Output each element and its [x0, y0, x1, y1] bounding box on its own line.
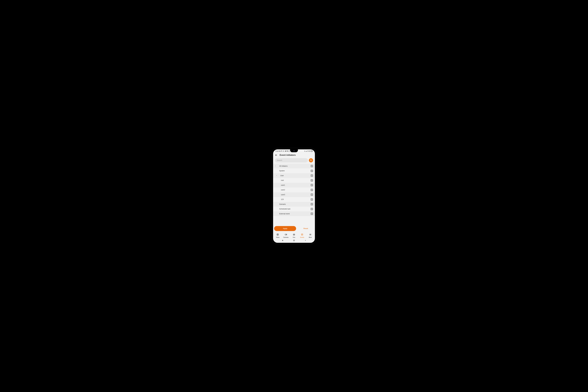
checkbox[interactable] [310, 174, 313, 177]
svg-rect-18 [301, 234, 303, 235]
list-item-label: user3 [273, 194, 310, 196]
screen: 3:43 PM [273, 149, 315, 243]
checkbox[interactable] [310, 184, 313, 186]
tab-more[interactable]: More [307, 233, 314, 238]
list-item[interactable]: System [273, 168, 315, 173]
wifi-icon-2 [309, 150, 310, 152]
search-button[interactable] [309, 158, 313, 162]
side-button [316, 166, 316, 172]
list-item-label: Scheduled task [273, 208, 310, 210]
expand-icon[interactable] [274, 175, 279, 176]
svg-rect-15 [293, 234, 295, 235]
svg-rect-14 [285, 234, 286, 235]
eva-icon [293, 233, 295, 236]
list-item-label: All initiators [278, 165, 310, 167]
list-item-label: Scenario [273, 203, 310, 205]
signal-icon [306, 150, 307, 152]
tab-cameras[interactable]: Cameras [282, 233, 290, 238]
tab-events[interactable]: Events [298, 233, 306, 238]
tab-label: Events [300, 237, 304, 238]
list-item[interactable]: Scheduled task [273, 206, 315, 212]
alarm-icon [283, 150, 284, 152]
svg-point-16 [294, 234, 294, 235]
chat-icon [286, 150, 288, 152]
list-item-label: root [273, 180, 310, 181]
checkbox[interactable] [310, 170, 313, 172]
more-icon [309, 233, 312, 236]
whatsapp-icon [288, 150, 290, 152]
list-item[interactable]: User [273, 173, 315, 178]
tab-label: More [309, 237, 312, 238]
back-button[interactable] [275, 154, 278, 156]
mute-icon [281, 150, 282, 152]
apply-button[interactable]: Apply [274, 226, 296, 231]
list-item[interactable]: 123 [273, 197, 315, 202]
tab-views[interactable]: Views [274, 233, 281, 238]
events-icon [301, 233, 303, 236]
list-item[interactable]: user3 [273, 192, 315, 197]
nav-back-button[interactable] [304, 240, 306, 242]
list-item[interactable]: user1 [273, 183, 315, 188]
search-input[interactable] [275, 158, 308, 162]
list-item[interactable]: Scenario [273, 202, 315, 207]
checkbox[interactable] [310, 189, 313, 191]
status-right: 66 [304, 150, 312, 152]
svg-point-20 [294, 240, 294, 241]
checkbox[interactable] [310, 212, 313, 215]
checkbox[interactable] [310, 165, 313, 167]
wifi-icon-1 [307, 150, 309, 152]
list-item-label: user2 [273, 189, 310, 191]
nav-recent-button[interactable] [282, 240, 284, 242]
telegram-icon [284, 150, 286, 152]
nav-home-button[interactable] [293, 240, 295, 242]
page-title: Event initiators [280, 154, 296, 156]
tabbar: ViewsCamerasEvaEventsMore [273, 232, 315, 238]
initiator-list: All initiatorsSystemUserrootuser1user2us… [273, 164, 315, 224]
header: Event initiators [273, 152, 315, 158]
reset-button[interactable]: Reset [298, 226, 314, 231]
svg-point-17 [294, 234, 294, 235]
tab-label: Cameras [283, 237, 288, 238]
android-nav [273, 238, 315, 243]
battery-icon: 66 [311, 150, 312, 152]
views-icon [276, 233, 279, 236]
svg-rect-6 [306, 151, 306, 152]
list-item-label: System [273, 170, 310, 172]
svg-rect-7 [306, 151, 306, 152]
tab-eva[interactable]: Eva [290, 233, 298, 238]
list-item-label: External event [273, 213, 310, 215]
tab-label: Eva [293, 237, 295, 238]
list-item-label: 123 [273, 198, 310, 200]
cameras-icon [285, 233, 287, 236]
list-item[interactable]: External event [273, 212, 315, 216]
checkbox[interactable] [310, 203, 313, 206]
list-item[interactable]: root [273, 178, 315, 183]
bluetooth-icon [304, 150, 305, 152]
phone-frame: 3:43 PM [272, 148, 316, 244]
status-time: 3:43 PM [276, 150, 280, 152]
checkbox[interactable] [310, 208, 313, 210]
svg-point-12 [310, 160, 312, 161]
list-item-label: user1 [273, 184, 310, 186]
list-item[interactable]: All initiators [273, 164, 315, 168]
status-left: 3:43 PM [276, 150, 290, 152]
checkbox[interactable] [310, 179, 313, 182]
camera-notch [290, 149, 298, 152]
list-item[interactable]: user2 [273, 188, 315, 192]
list-item-label: User [279, 175, 310, 176]
checkbox[interactable] [310, 194, 313, 196]
search-row [273, 158, 315, 164]
svg-rect-19 [282, 240, 283, 241]
action-buttons: Apply Reset [273, 224, 315, 232]
svg-point-5 [288, 150, 290, 152]
expand-icon[interactable] [273, 165, 278, 167]
tab-label: Views [276, 237, 280, 238]
checkbox[interactable] [310, 198, 313, 201]
